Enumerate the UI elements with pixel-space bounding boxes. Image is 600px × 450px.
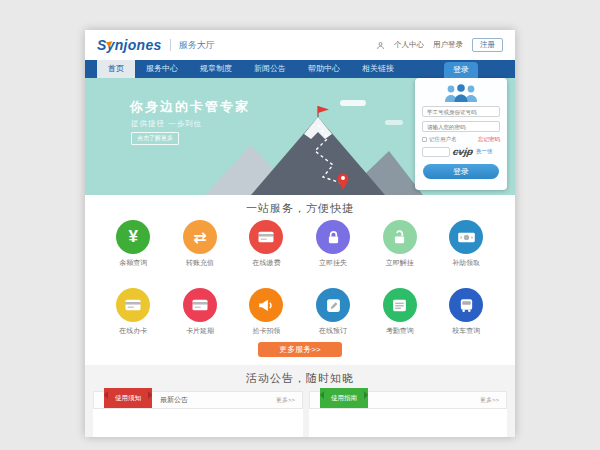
- nav-item-links[interactable]: 相关链接: [351, 60, 405, 78]
- card-icon: [257, 228, 275, 246]
- more-services-button[interactable]: 更多服务>>: [258, 342, 342, 357]
- guide-panel-body: [309, 409, 507, 437]
- service-card-extension[interactable]: 卡片延期: [167, 288, 234, 336]
- nav-item-home[interactable]: 首页: [97, 60, 135, 78]
- captcha-refresh-link[interactable]: 换一张: [476, 148, 493, 155]
- user-icon: [376, 41, 385, 50]
- username-input[interactable]: [422, 106, 500, 117]
- header-link-personal-center[interactable]: 个人中心: [394, 40, 424, 50]
- lock-icon: [325, 229, 342, 246]
- bus-icon: [458, 297, 475, 314]
- services-row-1: ¥ 余额查询 ⇄ 转账充值 在线缴费 立即挂失: [100, 220, 500, 268]
- nav-item-news[interactable]: 新闻公告: [243, 60, 297, 78]
- logo-text: Synjones: [97, 37, 162, 53]
- remember-checkbox[interactable]: [422, 137, 427, 142]
- header-links: 个人中心 用户登录 注册: [376, 38, 503, 52]
- edit-icon: [325, 297, 342, 314]
- card-icon: [191, 296, 209, 314]
- service-release-loss[interactable]: 立即解挂: [366, 220, 433, 268]
- captcha-row: cvjp 换一张: [422, 146, 500, 157]
- banknote-icon: [457, 228, 476, 247]
- announcements-section: 活动公告，随时知晓 使用须知 最新公告 更多>> 使用指南 更多>>: [85, 365, 515, 437]
- remember-label: 记住用户名: [429, 136, 457, 143]
- unlock-icon: [391, 229, 408, 246]
- transfer-icon: ⇄: [193, 228, 206, 247]
- usage-guide-ribbon[interactable]: 使用指南: [320, 388, 368, 408]
- guide-panel-header: 使用指南 更多>>: [309, 391, 507, 409]
- latest-announcements-tab[interactable]: 最新公告: [160, 395, 188, 405]
- desktop-backdrop: Synjones 服务大厅 个人中心 用户登录 注册 首页 服务中心 规章制度 …: [0, 0, 600, 450]
- register-button[interactable]: 注册: [472, 38, 503, 52]
- login-panel: 登录 记住用户名 忘记密码 cvjp 换一张 登录: [415, 78, 507, 190]
- service-school-bus-inquiry[interactable]: 校车查询: [433, 288, 500, 336]
- captcha-input[interactable]: [422, 147, 450, 157]
- services-title: 一站服务，方便快捷: [85, 201, 515, 216]
- guide-more-link[interactable]: 更多>>: [480, 396, 499, 405]
- notice-panel-body: [93, 409, 303, 437]
- notice-more-link[interactable]: 更多>>: [276, 396, 295, 405]
- forgot-password-link[interactable]: 忘记密码: [478, 136, 500, 143]
- mountain-illustration: [193, 103, 423, 195]
- service-found-card-claim[interactable]: 拾卡招领: [233, 288, 300, 336]
- site-header: Synjones 服务大厅 个人中心 用户登录 注册: [85, 30, 515, 60]
- logo[interactable]: Synjones 服务大厅: [97, 37, 215, 53]
- webpage: Synjones 服务大厅 个人中心 用户登录 注册 首页 服务中心 规章制度 …: [85, 30, 515, 437]
- usage-notice-ribbon[interactable]: 使用须知: [104, 388, 152, 408]
- service-transfer-recharge[interactable]: ⇄ 转账充值: [167, 220, 234, 268]
- password-input[interactable]: [422, 121, 500, 132]
- site-name: 服务大厅: [179, 39, 215, 52]
- services-row-2: 在线办卡 卡片延期 拾卡招领 在线预订: [100, 288, 500, 336]
- yen-icon: ¥: [129, 227, 138, 247]
- hero-cta-button[interactable]: 点击了解更多: [131, 132, 179, 145]
- service-subsidy-collect[interactable]: 补助领取: [433, 220, 500, 268]
- list-icon: [391, 297, 408, 314]
- remember-row: 记住用户名 忘记密码: [422, 136, 500, 143]
- announcements-title: 活动公告，随时知晓: [85, 371, 515, 386]
- service-online-payment[interactable]: 在线缴费: [233, 220, 300, 268]
- megaphone-icon: [257, 296, 275, 314]
- login-submit-button[interactable]: 登录: [423, 164, 499, 179]
- services-section: 一站服务，方便快捷 ¥ 余额查询 ⇄ 转账充值 在线缴费 立即挂失: [85, 195, 515, 365]
- service-balance-inquiry[interactable]: ¥ 余额查询: [100, 220, 167, 268]
- login-tab[interactable]: 登录: [444, 62, 478, 78]
- nav-item-help-center[interactable]: 帮助中心: [297, 60, 351, 78]
- service-attendance-inquiry[interactable]: 考勤查询: [366, 288, 433, 336]
- notice-panel-header: 使用须知 最新公告 更多>>: [93, 391, 303, 409]
- header-link-user-login[interactable]: 用户登录: [433, 40, 463, 50]
- captcha-image[interactable]: cvjp: [452, 146, 474, 157]
- logo-divider: [170, 39, 171, 51]
- service-online-card-apply[interactable]: 在线办卡: [100, 288, 167, 336]
- hero-title: 你身边的卡管专家: [130, 98, 250, 116]
- card-icon: [124, 296, 142, 314]
- service-report-loss[interactable]: 立即挂失: [300, 220, 367, 268]
- users-icon: [441, 83, 481, 103]
- service-online-booking[interactable]: 在线预订: [300, 288, 367, 336]
- hero-subtitle: 提供捷径 一步到位: [131, 119, 202, 129]
- nav-item-rules[interactable]: 规章制度: [189, 60, 243, 78]
- nav-item-service-center[interactable]: 服务中心: [135, 60, 189, 78]
